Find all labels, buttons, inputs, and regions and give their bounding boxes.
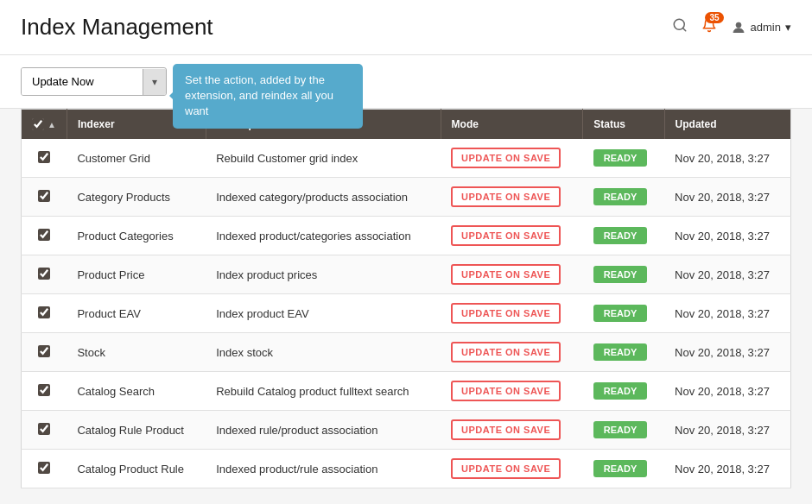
row-indexer: Category Products: [67, 178, 206, 217]
status-badge: READY: [593, 460, 648, 477]
row-status: READY: [583, 294, 664, 333]
row-description: Index stock: [206, 333, 441, 372]
table-row: Category Products Indexed category/produ…: [22, 178, 791, 217]
status-badge: READY: [593, 305, 648, 322]
row-mode[interactable]: UPDATE ON SAVE: [441, 411, 583, 450]
mode-badge[interactable]: UPDATE ON SAVE: [451, 342, 561, 362]
row-description: Rebuild Catalog product fulltext search: [206, 372, 441, 411]
row-mode[interactable]: UPDATE ON SAVE: [441, 333, 583, 372]
status-badge: READY: [593, 343, 648, 361]
toolbar: Update Now Reindex Data ▾ Set the action…: [0, 55, 812, 109]
th-mode: Mode: [441, 110, 583, 140]
table-container: ▲ Indexer Description Mode Status Update…: [0, 109, 812, 504]
row-checkbox-cell: [22, 294, 67, 333]
row-mode[interactable]: UPDATE ON SAVE: [441, 139, 583, 178]
mode-badge[interactable]: UPDATE ON SAVE: [451, 264, 561, 285]
search-icon-button[interactable]: [672, 17, 688, 37]
mode-badge[interactable]: UPDATE ON SAVE: [451, 381, 561, 401]
row-status: READY: [583, 411, 664, 450]
row-checkbox-cell: [22, 255, 67, 294]
row-indexer: Stock: [67, 333, 206, 372]
row-mode[interactable]: UPDATE ON SAVE: [441, 294, 583, 333]
status-badge: READY: [593, 382, 648, 400]
user-menu-button[interactable]: admin ▾: [731, 20, 791, 35]
tooltip-text: Set the action, added by the extension, …: [185, 73, 333, 117]
row-checkbox-cell: [22, 411, 67, 450]
table-row: Catalog Product Rule Indexed product/rul…: [22, 450, 791, 488]
svg-point-2: [736, 22, 741, 28]
row-indexer: Catalog Search: [67, 372, 206, 411]
row-indexer: Product EAV: [67, 294, 206, 333]
row-description: Indexed product/rule association: [206, 450, 441, 488]
row-status: READY: [583, 178, 664, 217]
mode-badge[interactable]: UPDATE ON SAVE: [451, 303, 561, 324]
user-icon: [731, 20, 746, 35]
row-status: READY: [583, 139, 664, 178]
action-select[interactable]: Update Now Reindex Data: [22, 68, 143, 95]
dropdown-arrow-button[interactable]: ▾: [143, 69, 166, 95]
row-checkbox[interactable]: [38, 384, 50, 396]
notification-badge: 35: [705, 12, 723, 23]
row-updated: Nov 20, 2018, 3:27: [664, 294, 790, 333]
table-row: Catalog Search Rebuild Catalog product f…: [22, 372, 791, 411]
row-indexer: Product Categories: [67, 217, 206, 255]
row-checkbox-cell: [22, 450, 67, 488]
row-updated: Nov 20, 2018, 3:27: [664, 372, 790, 411]
row-status: READY: [583, 372, 664, 411]
row-status: READY: [583, 450, 664, 488]
mode-badge[interactable]: UPDATE ON SAVE: [451, 148, 561, 168]
row-updated: Nov 20, 2018, 3:27: [664, 217, 790, 255]
row-description: Indexed product/categories association: [206, 217, 441, 255]
row-checkbox[interactable]: [38, 462, 50, 474]
row-indexer: Product Price: [67, 255, 206, 294]
mode-badge[interactable]: UPDATE ON SAVE: [451, 186, 561, 207]
row-checkbox[interactable]: [38, 268, 50, 280]
header-right: 35 admin ▾: [672, 17, 791, 37]
index-table: ▲ Indexer Description Mode Status Update…: [21, 109, 791, 488]
row-description: Indexed rule/product association: [206, 411, 441, 450]
row-checkbox-cell: [22, 333, 67, 372]
row-status: READY: [583, 217, 664, 255]
user-chevron-icon: ▾: [785, 21, 791, 34]
row-checkbox[interactable]: [38, 306, 50, 318]
notifications-button[interactable]: 35: [701, 17, 717, 37]
row-mode[interactable]: UPDATE ON SAVE: [441, 217, 583, 255]
row-indexer: Catalog Product Rule: [67, 450, 206, 488]
table-row: Customer Grid Rebuild Customer grid inde…: [22, 139, 791, 178]
row-status: READY: [583, 255, 664, 294]
mode-badge[interactable]: UPDATE ON SAVE: [451, 225, 561, 246]
svg-line-1: [682, 28, 685, 30]
status-badge: READY: [593, 188, 648, 205]
row-checkbox[interactable]: [38, 190, 50, 202]
row-checkbox-cell: [22, 372, 67, 411]
status-badge: READY: [593, 227, 648, 244]
row-checkbox[interactable]: [38, 423, 50, 435]
row-checkbox-cell: [22, 217, 67, 255]
page-title: Index Management: [21, 14, 213, 41]
row-checkbox[interactable]: [38, 229, 50, 241]
mode-badge[interactable]: UPDATE ON SAVE: [451, 419, 561, 440]
status-badge: READY: [593, 266, 648, 283]
row-checkbox[interactable]: [38, 345, 50, 357]
page-header: Index Management 35 admin ▾: [0, 0, 812, 55]
row-mode[interactable]: UPDATE ON SAVE: [441, 255, 583, 294]
table-row: Product Categories Indexed product/categ…: [22, 217, 791, 255]
row-status: READY: [583, 333, 664, 372]
action-select-wrap: Update Now Reindex Data ▾: [21, 67, 167, 96]
table-header-row: ▲ Indexer Description Mode Status Update…: [22, 110, 791, 140]
table-row: Stock Index stock UPDATE ON SAVE READY N…: [22, 333, 791, 372]
mode-badge[interactable]: UPDATE ON SAVE: [451, 458, 561, 479]
table-row: Product Price Index product prices UPDAT…: [22, 255, 791, 294]
row-mode[interactable]: UPDATE ON SAVE: [441, 372, 583, 411]
row-updated: Nov 20, 2018, 3:27: [664, 139, 790, 178]
row-description: Index product prices: [206, 255, 441, 294]
th-status: Status: [583, 110, 664, 140]
table-row: Catalog Rule Product Indexed rule/produc…: [22, 411, 791, 450]
select-all-checkbox[interactable]: [32, 118, 44, 130]
table-body: Customer Grid Rebuild Customer grid inde…: [22, 139, 791, 488]
row-indexer: Customer Grid: [67, 139, 206, 178]
row-checkbox[interactable]: [38, 151, 50, 163]
user-label: admin: [751, 21, 781, 34]
row-mode[interactable]: UPDATE ON SAVE: [441, 450, 583, 488]
row-mode[interactable]: UPDATE ON SAVE: [441, 178, 583, 217]
